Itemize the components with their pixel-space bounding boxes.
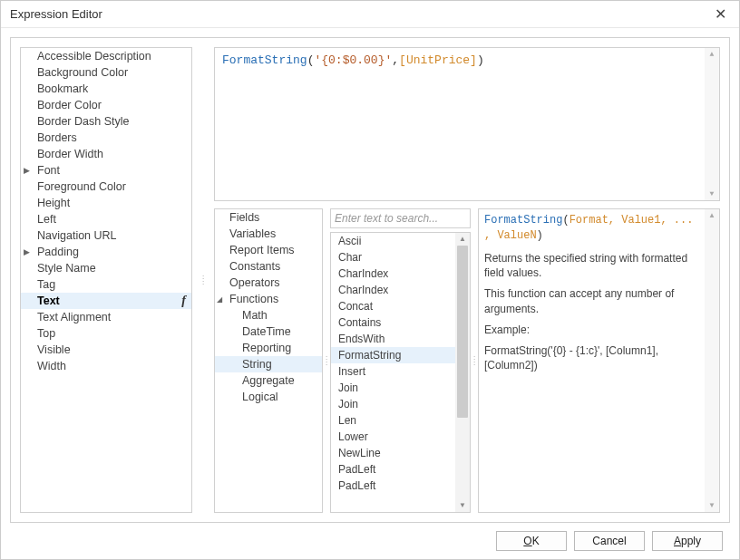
property-item[interactable]: Navigation URL (21, 227, 191, 244)
function-item[interactable]: Ascii (331, 233, 455, 249)
splitter-grip-icon: ···· (326, 355, 327, 366)
category-item[interactable]: Operators (215, 275, 322, 291)
scroll-down-icon[interactable]: ▼ (705, 188, 719, 200)
search-input[interactable] (335, 212, 472, 225)
expression-input[interactable]: FormatString('{0:$0.00}',[UnitPrice]) ▲ … (214, 47, 720, 201)
property-item[interactable]: Width (21, 358, 191, 374)
category-item[interactable]: Reporting (215, 340, 322, 356)
function-item[interactable]: Char (331, 249, 455, 266)
function-item[interactable]: NewLine (331, 445, 455, 461)
scroll-up-icon[interactable]: ▲ (705, 209, 719, 222)
category-item[interactable]: Report Items (215, 242, 322, 258)
function-item[interactable]: FormatString (331, 347, 455, 363)
property-label: Height (37, 197, 70, 209)
chevron-right-icon[interactable]: ▶ (24, 247, 30, 256)
property-item[interactable]: ▶Font (21, 162, 191, 179)
category-item[interactable]: Aggregate (215, 372, 322, 389)
function-item[interactable]: Lower (331, 429, 455, 445)
expression-scrollbar[interactable]: ▲ ▼ (705, 48, 719, 200)
function-item[interactable]: CharIndex (331, 266, 455, 282)
property-item[interactable]: Border Color (21, 97, 191, 113)
splitter-mid2[interactable]: ···· (471, 208, 478, 513)
property-item[interactable]: Left (21, 211, 191, 227)
property-item[interactable]: Text Alignment (21, 309, 191, 325)
property-item[interactable]: Accessible Description (21, 48, 191, 64)
property-item[interactable]: Style Name (21, 260, 191, 276)
category-item[interactable]: String (215, 356, 322, 372)
property-label: Foreground Color (37, 180, 126, 193)
category-list[interactable]: FieldsVariablesReport ItemsConstantsOper… (214, 208, 323, 513)
property-item[interactable]: Border Dash Style (21, 113, 191, 130)
scroll-up-icon[interactable]: ▲ (705, 48, 719, 61)
property-label: Width (37, 360, 66, 372)
category-item[interactable]: DateTime (215, 323, 322, 340)
property-list[interactable]: Accessible DescriptionBackground ColorBo… (20, 47, 192, 513)
function-item[interactable]: Len (331, 412, 455, 429)
scroll-down-icon[interactable]: ▼ (455, 499, 470, 512)
property-item[interactable]: Background Color (21, 64, 191, 81)
function-item[interactable]: PadLeft (331, 478, 455, 494)
fx-icon: f (181, 294, 186, 308)
property-item[interactable]: ▶Padding (21, 244, 191, 260)
titlebar: Expression Editor ✕ (1, 1, 739, 28)
scroll-down-icon[interactable]: ▼ (705, 499, 719, 512)
help-desc-1: Returns the specified string with format… (484, 251, 699, 282)
help-body: Returns the specified string with format… (484, 251, 699, 374)
category-item[interactable]: Fields (215, 209, 322, 226)
property-item[interactable]: Visible (21, 342, 191, 358)
function-item[interactable]: Join (331, 396, 455, 412)
chevron-right-icon[interactable]: ▶ (24, 166, 30, 175)
close-icon[interactable]: ✕ (711, 5, 730, 23)
help-desc-2: This function can accept any number of a… (484, 286, 699, 317)
search-box[interactable] (330, 208, 471, 228)
right-column: FormatString('{0:$0.00}',[UnitPrice]) ▲ … (214, 47, 720, 513)
function-item[interactable]: PadLeft (331, 461, 455, 478)
expr-literal: '{0:$0.00}' (314, 53, 392, 67)
scrollbar-thumb[interactable] (457, 246, 468, 418)
property-item[interactable]: Bookmark (21, 81, 191, 97)
category-label: Report Items (229, 244, 295, 256)
category-label: Aggregate (242, 374, 295, 387)
function-list[interactable]: AsciiCharCharIndexCharIndexConcatContain… (331, 233, 455, 512)
property-label: Text (37, 294, 60, 307)
function-item[interactable]: Contains (331, 314, 455, 331)
scroll-up-icon[interactable]: ▲ (455, 233, 470, 246)
expr-func: FormatString (222, 53, 307, 67)
function-item[interactable]: EndsWith (331, 331, 455, 347)
chevron-down-icon[interactable]: ◢ (217, 295, 222, 304)
function-column: AsciiCharCharIndexCharIndexConcatContain… (330, 208, 471, 513)
category-label: Logical (242, 391, 278, 403)
function-scrollbar[interactable]: ▲ ▼ (455, 233, 470, 512)
category-item[interactable]: ◢Functions (215, 291, 322, 307)
property-item[interactable]: Borders (21, 130, 191, 146)
help-scrollbar[interactable]: ▲ ▼ (705, 209, 719, 512)
category-item[interactable]: Variables (215, 226, 322, 242)
cancel-button[interactable]: Cancel (574, 531, 645, 551)
property-item[interactable]: Top (21, 325, 191, 342)
category-label: Fields (229, 211, 259, 224)
function-item[interactable]: Join (331, 380, 455, 396)
category-item[interactable]: Math (215, 307, 322, 323)
function-list-wrap: AsciiCharCharIndexCharIndexConcatContain… (330, 232, 471, 513)
help-example: FormatString('{0} - {1:c}', [Column1], [… (484, 343, 699, 374)
function-item[interactable]: Concat (331, 298, 455, 314)
function-item[interactable]: CharIndex (331, 282, 455, 298)
property-item[interactable]: Height (21, 195, 191, 211)
help-pane: FormatString(Format, Value1, ... , Value… (478, 208, 720, 513)
property-item[interactable]: Border Width (21, 146, 191, 162)
expr-field: [UnitPrice] (399, 53, 477, 67)
ok-button[interactable]: OK (496, 531, 567, 551)
function-item[interactable]: Insert (331, 363, 455, 380)
apply-button[interactable]: Apply (652, 531, 723, 551)
property-label: Padding (37, 246, 79, 258)
lower-row: FieldsVariablesReport ItemsConstantsOper… (214, 208, 720, 513)
property-item[interactable]: Foreground Color (21, 179, 191, 195)
property-label: Navigation URL (37, 229, 117, 242)
category-item[interactable]: Constants (215, 258, 322, 275)
category-item[interactable]: Logical (215, 389, 322, 405)
splitter-mid1[interactable]: ···· (323, 208, 330, 513)
splitter-left[interactable]: ···· (200, 47, 207, 513)
property-item[interactable]: Tag (21, 276, 191, 293)
property-label: Tag (37, 278, 55, 291)
property-item[interactable]: Textf (21, 293, 191, 309)
